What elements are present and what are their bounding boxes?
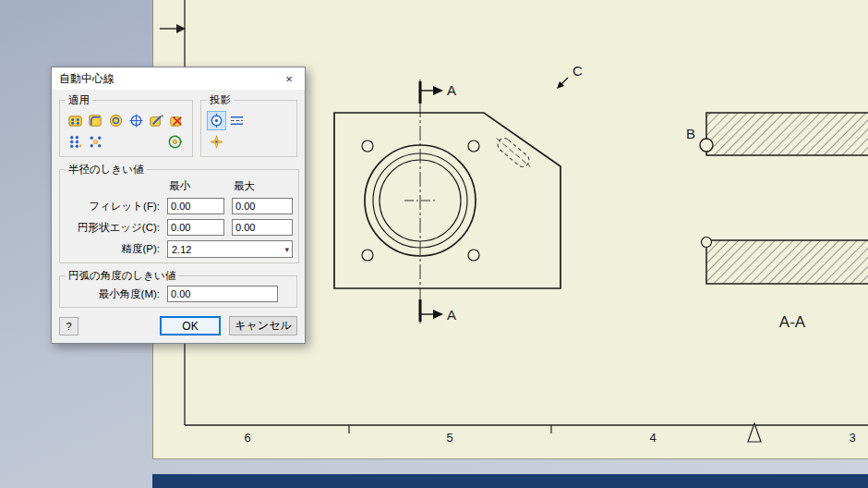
revolve-feature-icon[interactable] — [165, 132, 185, 152]
centermark-icon[interactable] — [127, 111, 146, 130]
fillet-max-input[interactable] — [232, 198, 293, 214]
projected-axis-icon[interactable] — [227, 111, 247, 130]
precision-row-label: 精度(P): — [66, 242, 160, 256]
min-angle-row-label: 最小角度(M): — [66, 287, 160, 301]
bolt-hole[interactable] — [468, 140, 479, 152]
datum-b-target[interactable] — [700, 139, 713, 152]
section-view-aa[interactable]: B A-A — [686, 113, 868, 331]
projection-group-label: 投影 — [207, 93, 234, 107]
section-arrow-label-top: A — [447, 82, 456, 98]
help-button[interactable]: ? — [59, 317, 78, 336]
border-zone-arrow — [160, 24, 186, 33]
zone-label: 5 — [446, 431, 452, 445]
section-arrow-label-bottom: A — [447, 307, 456, 323]
bolt-hole[interactable] — [362, 250, 373, 261]
hidden-slot-annotation[interactable] — [492, 133, 535, 172]
circular-hole-pattern-icon[interactable] — [86, 132, 105, 152]
fillet-row-label: フィレット(F): — [66, 200, 160, 214]
min-angle-input[interactable] — [167, 286, 278, 302]
sheet-center-marker — [748, 423, 761, 442]
fillet-icon[interactable] — [86, 111, 105, 130]
circular-edge-icon[interactable] — [106, 111, 126, 130]
chevron-down-icon: ▾ — [284, 245, 289, 254]
sketch-entity-icon[interactable] — [147, 111, 166, 130]
application-viewport: 6 5 4 3 — [0, 0, 868, 488]
auto-centerline-dialog: 自動中心線 × 適用 — [51, 67, 306, 344]
zone-label: 6 — [244, 431, 250, 445]
close-icon[interactable]: × — [273, 68, 305, 90]
small-bore-feature[interactable] — [702, 238, 712, 248]
datum-b-label: B — [686, 126, 695, 141]
section-cut-line[interactable]: A A — [420, 81, 456, 323]
projected-centermark-icon[interactable] — [207, 111, 226, 130]
zone-label: 4 — [649, 431, 656, 445]
radius-threshold-group: 半径のしきい値 最小 最大 フィレット(F): 円形状エッジ(C): 精度(P)… — [59, 163, 299, 263]
dialog-titlebar[interactable]: 自動中心線 × — [52, 67, 305, 90]
bolt-hole[interactable] — [362, 140, 373, 152]
arc-group-label: 円弧の角度のしきい値 — [66, 269, 178, 283]
fillet-min-input[interactable] — [167, 198, 224, 214]
dialog-title: 自動中心線 — [59, 71, 273, 87]
datum-c-label: C — [573, 63, 583, 79]
trim-icon[interactable] — [167, 111, 187, 130]
linear-hole-pattern-icon[interactable] — [66, 132, 85, 152]
ok-button[interactable]: OK — [160, 316, 221, 336]
front-view[interactable] — [334, 79, 561, 323]
apply-group: 適用 — [59, 93, 193, 157]
datum-c-annotation[interactable]: C — [557, 63, 583, 89]
max-column-header: 最大 — [232, 179, 293, 193]
circular-edge-min-input[interactable] — [167, 219, 224, 236]
hole-pattern-icon[interactable] — [66, 111, 85, 130]
cancel-button[interactable]: キャンセル — [229, 316, 297, 336]
arc-angle-threshold-group: 円弧の角度のしきい値 最小角度(M): — [59, 269, 297, 308]
projection-group: 投影 — [200, 93, 297, 157]
precision-dropdown[interactable]: 2.12 ▾ — [167, 240, 293, 258]
circular-edge-row-label: 円形状エッジ(C): — [66, 221, 160, 235]
section-view-title: A-A — [779, 313, 806, 331]
radius-group-label: 半径のしきい値 — [66, 163, 147, 177]
circular-edge-max-input[interactable] — [232, 219, 293, 236]
precision-value: 2.12 — [172, 244, 191, 255]
min-column-header: 最小 — [167, 179, 224, 193]
center-cross-icon[interactable] — [207, 132, 226, 152]
bolt-hole[interactable] — [468, 250, 479, 261]
apply-group-label: 適用 — [66, 93, 92, 107]
zone-label: 3 — [849, 431, 855, 445]
